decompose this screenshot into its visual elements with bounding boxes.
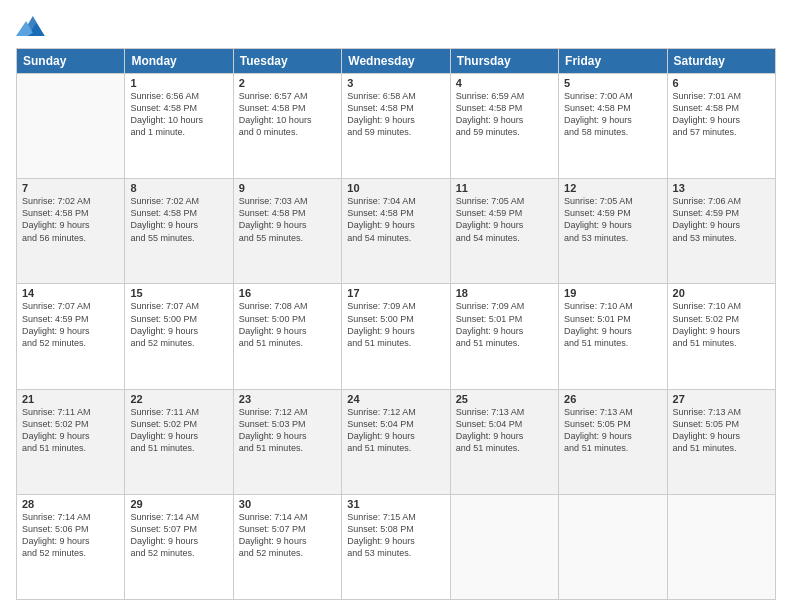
calendar-day-header: Tuesday xyxy=(233,49,341,74)
calendar-day-cell xyxy=(559,494,667,599)
calendar-day-cell: 6Sunrise: 7:01 AM Sunset: 4:58 PM Daylig… xyxy=(667,74,775,179)
calendar-day-header: Monday xyxy=(125,49,233,74)
calendar-day-header: Wednesday xyxy=(342,49,450,74)
day-number: 19 xyxy=(564,287,661,299)
calendar-day-cell: 13Sunrise: 7:06 AM Sunset: 4:59 PM Dayli… xyxy=(667,179,775,284)
day-info: Sunrise: 7:07 AM Sunset: 5:00 PM Dayligh… xyxy=(130,300,227,349)
calendar-day-cell: 24Sunrise: 7:12 AM Sunset: 5:04 PM Dayli… xyxy=(342,389,450,494)
day-info: Sunrise: 7:02 AM Sunset: 4:58 PM Dayligh… xyxy=(130,195,227,244)
day-info: Sunrise: 7:10 AM Sunset: 5:01 PM Dayligh… xyxy=(564,300,661,349)
day-number: 15 xyxy=(130,287,227,299)
day-info: Sunrise: 7:11 AM Sunset: 5:02 PM Dayligh… xyxy=(22,406,119,455)
calendar-day-cell: 7Sunrise: 7:02 AM Sunset: 4:58 PM Daylig… xyxy=(17,179,125,284)
logo-icon xyxy=(16,12,48,40)
calendar-week-row: 21Sunrise: 7:11 AM Sunset: 5:02 PM Dayli… xyxy=(17,389,776,494)
day-info: Sunrise: 7:03 AM Sunset: 4:58 PM Dayligh… xyxy=(239,195,336,244)
calendar-week-row: 28Sunrise: 7:14 AM Sunset: 5:06 PM Dayli… xyxy=(17,494,776,599)
day-info: Sunrise: 7:05 AM Sunset: 4:59 PM Dayligh… xyxy=(564,195,661,244)
day-info: Sunrise: 7:05 AM Sunset: 4:59 PM Dayligh… xyxy=(456,195,553,244)
day-info: Sunrise: 7:09 AM Sunset: 5:00 PM Dayligh… xyxy=(347,300,444,349)
day-info: Sunrise: 7:07 AM Sunset: 4:59 PM Dayligh… xyxy=(22,300,119,349)
day-info: Sunrise: 7:12 AM Sunset: 5:03 PM Dayligh… xyxy=(239,406,336,455)
calendar-day-cell: 5Sunrise: 7:00 AM Sunset: 4:58 PM Daylig… xyxy=(559,74,667,179)
calendar-week-row: 7Sunrise: 7:02 AM Sunset: 4:58 PM Daylig… xyxy=(17,179,776,284)
day-number: 25 xyxy=(456,393,553,405)
day-number: 7 xyxy=(22,182,119,194)
day-info: Sunrise: 7:04 AM Sunset: 4:58 PM Dayligh… xyxy=(347,195,444,244)
day-info: Sunrise: 7:12 AM Sunset: 5:04 PM Dayligh… xyxy=(347,406,444,455)
day-info: Sunrise: 7:02 AM Sunset: 4:58 PM Dayligh… xyxy=(22,195,119,244)
calendar-table: SundayMondayTuesdayWednesdayThursdayFrid… xyxy=(16,48,776,600)
calendar-day-cell: 21Sunrise: 7:11 AM Sunset: 5:02 PM Dayli… xyxy=(17,389,125,494)
calendar-day-cell: 25Sunrise: 7:13 AM Sunset: 5:04 PM Dayli… xyxy=(450,389,558,494)
day-number: 8 xyxy=(130,182,227,194)
calendar-day-cell: 9Sunrise: 7:03 AM Sunset: 4:58 PM Daylig… xyxy=(233,179,341,284)
calendar-day-cell: 20Sunrise: 7:10 AM Sunset: 5:02 PM Dayli… xyxy=(667,284,775,389)
calendar-day-cell xyxy=(17,74,125,179)
calendar-day-header: Friday xyxy=(559,49,667,74)
calendar-day-cell: 29Sunrise: 7:14 AM Sunset: 5:07 PM Dayli… xyxy=(125,494,233,599)
calendar-day-cell: 22Sunrise: 7:11 AM Sunset: 5:02 PM Dayli… xyxy=(125,389,233,494)
day-number: 4 xyxy=(456,77,553,89)
day-info: Sunrise: 7:15 AM Sunset: 5:08 PM Dayligh… xyxy=(347,511,444,560)
calendar-day-cell xyxy=(667,494,775,599)
day-info: Sunrise: 7:13 AM Sunset: 5:05 PM Dayligh… xyxy=(673,406,770,455)
calendar-day-header: Thursday xyxy=(450,49,558,74)
page-header xyxy=(16,12,776,40)
calendar-day-cell: 4Sunrise: 6:59 AM Sunset: 4:58 PM Daylig… xyxy=(450,74,558,179)
calendar-day-cell: 14Sunrise: 7:07 AM Sunset: 4:59 PM Dayli… xyxy=(17,284,125,389)
day-info: Sunrise: 7:09 AM Sunset: 5:01 PM Dayligh… xyxy=(456,300,553,349)
day-info: Sunrise: 7:14 AM Sunset: 5:07 PM Dayligh… xyxy=(239,511,336,560)
day-number: 22 xyxy=(130,393,227,405)
day-info: Sunrise: 7:01 AM Sunset: 4:58 PM Dayligh… xyxy=(673,90,770,139)
day-number: 30 xyxy=(239,498,336,510)
day-number: 1 xyxy=(130,77,227,89)
day-number: 6 xyxy=(673,77,770,89)
day-number: 12 xyxy=(564,182,661,194)
day-number: 21 xyxy=(22,393,119,405)
calendar-day-cell: 12Sunrise: 7:05 AM Sunset: 4:59 PM Dayli… xyxy=(559,179,667,284)
day-number: 17 xyxy=(347,287,444,299)
day-number: 31 xyxy=(347,498,444,510)
day-number: 10 xyxy=(347,182,444,194)
calendar-day-cell: 28Sunrise: 7:14 AM Sunset: 5:06 PM Dayli… xyxy=(17,494,125,599)
day-info: Sunrise: 6:57 AM Sunset: 4:58 PM Dayligh… xyxy=(239,90,336,139)
page-container: SundayMondayTuesdayWednesdayThursdayFrid… xyxy=(0,0,792,612)
calendar-day-header: Saturday xyxy=(667,49,775,74)
calendar-day-cell: 1Sunrise: 6:56 AM Sunset: 4:58 PM Daylig… xyxy=(125,74,233,179)
day-number: 3 xyxy=(347,77,444,89)
calendar-week-row: 14Sunrise: 7:07 AM Sunset: 4:59 PM Dayli… xyxy=(17,284,776,389)
calendar-day-cell: 19Sunrise: 7:10 AM Sunset: 5:01 PM Dayli… xyxy=(559,284,667,389)
calendar-day-cell: 10Sunrise: 7:04 AM Sunset: 4:58 PM Dayli… xyxy=(342,179,450,284)
day-number: 16 xyxy=(239,287,336,299)
day-info: Sunrise: 7:11 AM Sunset: 5:02 PM Dayligh… xyxy=(130,406,227,455)
day-number: 28 xyxy=(22,498,119,510)
calendar-week-row: 1Sunrise: 6:56 AM Sunset: 4:58 PM Daylig… xyxy=(17,74,776,179)
day-number: 18 xyxy=(456,287,553,299)
day-info: Sunrise: 7:13 AM Sunset: 5:05 PM Dayligh… xyxy=(564,406,661,455)
day-info: Sunrise: 7:00 AM Sunset: 4:58 PM Dayligh… xyxy=(564,90,661,139)
day-info: Sunrise: 6:56 AM Sunset: 4:58 PM Dayligh… xyxy=(130,90,227,139)
calendar-day-cell: 11Sunrise: 7:05 AM Sunset: 4:59 PM Dayli… xyxy=(450,179,558,284)
calendar-day-cell: 16Sunrise: 7:08 AM Sunset: 5:00 PM Dayli… xyxy=(233,284,341,389)
calendar-header-row: SundayMondayTuesdayWednesdayThursdayFrid… xyxy=(17,49,776,74)
calendar-day-header: Sunday xyxy=(17,49,125,74)
calendar-day-cell: 8Sunrise: 7:02 AM Sunset: 4:58 PM Daylig… xyxy=(125,179,233,284)
day-info: Sunrise: 6:59 AM Sunset: 4:58 PM Dayligh… xyxy=(456,90,553,139)
calendar-day-cell: 26Sunrise: 7:13 AM Sunset: 5:05 PM Dayli… xyxy=(559,389,667,494)
day-number: 11 xyxy=(456,182,553,194)
calendar-day-cell: 18Sunrise: 7:09 AM Sunset: 5:01 PM Dayli… xyxy=(450,284,558,389)
day-number: 9 xyxy=(239,182,336,194)
calendar-day-cell: 2Sunrise: 6:57 AM Sunset: 4:58 PM Daylig… xyxy=(233,74,341,179)
day-info: Sunrise: 7:14 AM Sunset: 5:07 PM Dayligh… xyxy=(130,511,227,560)
day-number: 14 xyxy=(22,287,119,299)
day-info: Sunrise: 7:08 AM Sunset: 5:00 PM Dayligh… xyxy=(239,300,336,349)
calendar-day-cell: 17Sunrise: 7:09 AM Sunset: 5:00 PM Dayli… xyxy=(342,284,450,389)
day-number: 26 xyxy=(564,393,661,405)
day-number: 2 xyxy=(239,77,336,89)
day-number: 23 xyxy=(239,393,336,405)
logo xyxy=(16,12,52,40)
day-number: 24 xyxy=(347,393,444,405)
day-info: Sunrise: 7:10 AM Sunset: 5:02 PM Dayligh… xyxy=(673,300,770,349)
day-number: 29 xyxy=(130,498,227,510)
